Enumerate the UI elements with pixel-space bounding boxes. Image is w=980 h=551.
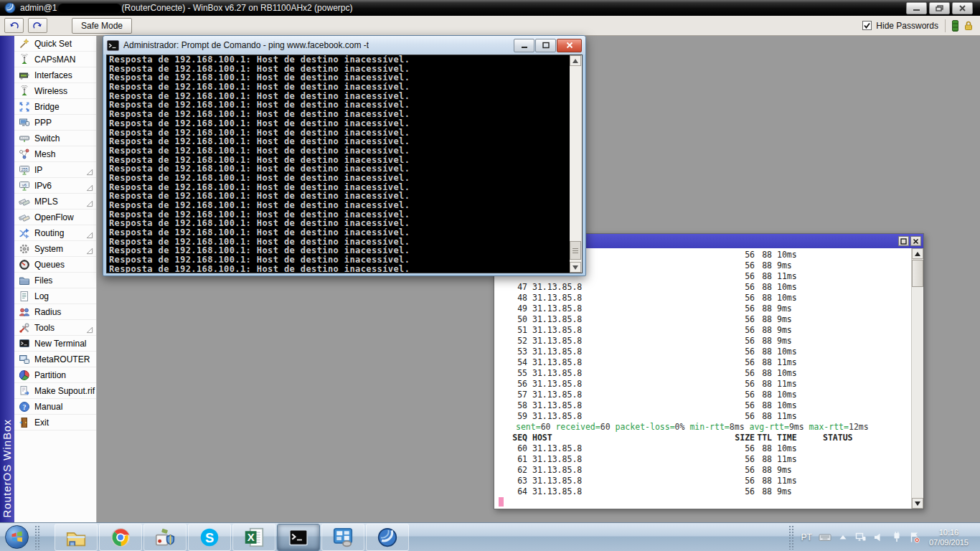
sidebar-item-quick-set[interactable]: Quick Set bbox=[14, 36, 96, 52]
minimize-button[interactable] bbox=[906, 2, 927, 14]
taskbar-network-places-button[interactable] bbox=[321, 524, 364, 551]
ping-seq: 59 bbox=[499, 411, 527, 422]
ping-host: 31.13.85.8 bbox=[532, 379, 712, 390]
sidebar-item-make-supout-rif[interactable]: Make Supout.rif bbox=[14, 383, 96, 399]
sidebar-item-ipv6[interactable]: v6IPv6 bbox=[14, 178, 96, 194]
bridge-icon bbox=[19, 101, 30, 113]
taskbar-chrome-button[interactable] bbox=[99, 524, 142, 551]
network-tray-icon[interactable] bbox=[854, 531, 867, 544]
scroll-thumb[interactable] bbox=[912, 260, 923, 287]
sidebar-item-new-terminal[interactable]: New Terminal bbox=[14, 336, 96, 352]
keyboard-tray-icon[interactable] bbox=[819, 531, 831, 544]
cmd-minimize-button[interactable] bbox=[514, 39, 534, 52]
taskbar-router-utility-button[interactable] bbox=[143, 524, 187, 551]
scroll-up-arrow[interactable] bbox=[912, 248, 923, 259]
cmd-scroll-thumb[interactable] bbox=[570, 241, 581, 260]
sidebar-item-log[interactable]: Log bbox=[14, 288, 96, 304]
sidebar-item-ip[interactable]: 255IP bbox=[14, 162, 96, 178]
sidebar-item-switch[interactable]: Switch bbox=[14, 131, 96, 146]
action-center-tray-icon[interactable] bbox=[908, 531, 921, 544]
taskbar-excel-button[interactable]: X bbox=[232, 524, 275, 551]
ping-host: 31.13.85.8 bbox=[532, 293, 712, 303]
language-indicator[interactable]: PT bbox=[800, 532, 814, 542]
scroll-down-arrow[interactable] bbox=[912, 498, 923, 509]
sidebar-item-openflow[interactable]: OpenFlow bbox=[14, 209, 96, 225]
undo-button[interactable] bbox=[4, 18, 24, 33]
terminal-scrollbar[interactable] bbox=[911, 248, 923, 509]
cmd-console[interactable]: Resposta de 192.168.100.1: Host de desti… bbox=[106, 55, 583, 273]
sidebar-item-partition[interactable]: Partition bbox=[14, 367, 96, 383]
cmd-scrollbar[interactable] bbox=[570, 55, 582, 273]
sidebar-item-label: Queues bbox=[34, 260, 65, 270]
metarouter-icon bbox=[19, 354, 30, 365]
ping-status bbox=[823, 368, 911, 379]
hidden-icons-tray-icon[interactable] bbox=[837, 531, 849, 544]
ping-status bbox=[823, 443, 911, 454]
svg-text:v6: v6 bbox=[22, 182, 27, 187]
sidebar-item-capsman[interactable]: CAPsMAN bbox=[14, 52, 96, 67]
terminal-close-button[interactable] bbox=[910, 236, 921, 246]
taskbar-winbox-button[interactable] bbox=[366, 524, 409, 551]
ping-ttl: 88 bbox=[755, 347, 772, 357]
exit-icon bbox=[19, 417, 30, 428]
ping-row: 5231.13.85.856889ms bbox=[494, 336, 911, 347]
taskbar-grip[interactable] bbox=[34, 525, 41, 550]
ping-size: 56 bbox=[712, 476, 755, 486]
ping-row: 5731.13.85.8568810ms bbox=[494, 390, 911, 400]
cmd-output-line: Resposta de 192.168.100.1: Host de desti… bbox=[109, 55, 570, 65]
cmd-titlebar[interactable]: Administrador: Prompt de Comando - ping … bbox=[103, 36, 585, 55]
sidebar-item-mpls[interactable]: MPLS bbox=[14, 194, 96, 209]
tray-grip[interactable] bbox=[788, 525, 795, 550]
volume-tray-icon[interactable] bbox=[872, 531, 885, 544]
routing-icon bbox=[19, 227, 30, 239]
sidebar-item-mesh[interactable]: Mesh bbox=[14, 146, 96, 162]
taskbar-explorer-button[interactable] bbox=[55, 524, 98, 551]
sidebar-item-routing[interactable]: Routing bbox=[14, 225, 96, 241]
router-utility-icon bbox=[155, 527, 175, 547]
sidebar-item-bridge[interactable]: Bridge bbox=[14, 99, 96, 115]
sidebar-item-interfaces[interactable]: Interfaces bbox=[14, 67, 96, 83]
sidebar-item-wireless[interactable]: Wireless bbox=[14, 83, 96, 99]
taskbar-clock[interactable]: 10:16 07/09/2015 bbox=[926, 527, 976, 547]
sidebar-item-exit[interactable]: Exit bbox=[14, 415, 96, 430]
sidebar-item-system[interactable]: System bbox=[14, 241, 96, 257]
ping-host: 31.13.85.8 bbox=[532, 411, 712, 422]
cmd-close-button[interactable] bbox=[557, 39, 582, 52]
terminal-output: 568810ms56889ms568811ms4731.13.85.856881… bbox=[494, 248, 923, 509]
summary-value: 60 bbox=[541, 422, 551, 432]
redo-button[interactable] bbox=[28, 18, 47, 33]
supout-icon bbox=[19, 385, 30, 397]
sidebar-item-label: IPv6 bbox=[34, 181, 52, 191]
restore-button[interactable] bbox=[929, 2, 950, 14]
brand-strip: RouterOS WinBox bbox=[0, 36, 14, 522]
safe-mode-button[interactable]: Safe Mode bbox=[72, 18, 132, 34]
sidebar-item-radius[interactable]: Radius bbox=[14, 304, 96, 320]
sidebar-item-files[interactable]: Files bbox=[14, 273, 96, 288]
sidebar-item-ppp[interactable]: PPP bbox=[14, 115, 96, 131]
terminal-maximize-button[interactable] bbox=[898, 236, 909, 246]
sidebar-item-manual[interactable]: ?Manual bbox=[14, 399, 96, 415]
cmd-maximize-button[interactable] bbox=[535, 39, 556, 52]
sidebar-item-tools[interactable]: Tools bbox=[14, 320, 96, 336]
power-tray-icon[interactable] bbox=[890, 531, 903, 544]
start-button[interactable] bbox=[5, 525, 29, 549]
sidebar-item-queues[interactable]: Queues bbox=[14, 257, 96, 273]
sidebar-item-metarouter[interactable]: MetaROUTER bbox=[14, 352, 96, 367]
taskbar-skype-button[interactable]: S bbox=[188, 524, 231, 551]
close-button[interactable] bbox=[952, 2, 973, 14]
hide-passwords-checkbox[interactable] bbox=[862, 21, 872, 30]
ping-status bbox=[823, 336, 911, 347]
cmd-scroll-down-arrow[interactable] bbox=[570, 262, 581, 273]
ping-seq: 49 bbox=[499, 303, 527, 314]
cmd-scroll-up-arrow[interactable] bbox=[570, 55, 581, 66]
taskbar-command-prompt-button[interactable] bbox=[277, 524, 320, 551]
summary-key: received= bbox=[550, 422, 600, 432]
system-icon bbox=[19, 243, 30, 255]
ping-size: 56 bbox=[712, 411, 755, 422]
ping-row: 6331.13.85.8568811ms bbox=[494, 476, 911, 486]
ping-status bbox=[823, 486, 911, 497]
ping-row: 6431.13.85.856889ms bbox=[494, 486, 911, 497]
sidebar-item-label: Routing bbox=[34, 228, 64, 238]
redacted-address bbox=[58, 4, 121, 13]
ping-size: 56 bbox=[712, 443, 755, 454]
